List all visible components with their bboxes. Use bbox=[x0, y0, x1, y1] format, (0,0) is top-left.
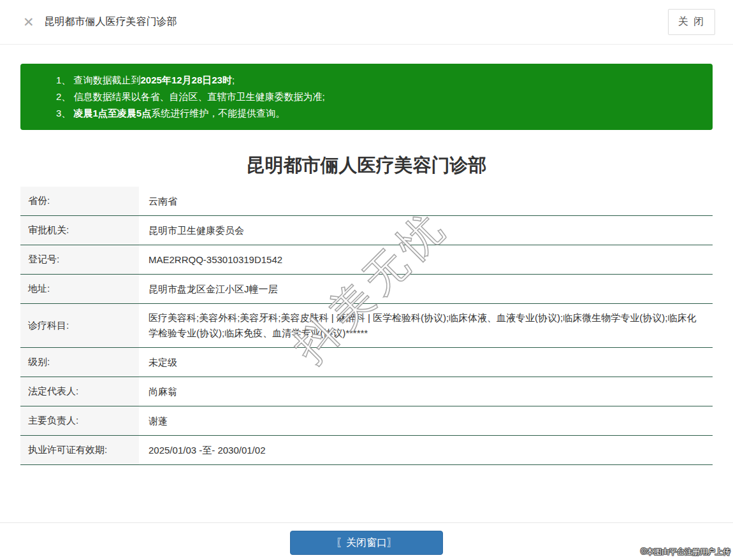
row-value: 谢蓬 bbox=[139, 406, 713, 435]
notice-line-2: 2、 信息数据结果以各省、自治区、直辖市卫生健康委数据为准; bbox=[56, 89, 700, 105]
window-title: 昆明都市俪人医疗美容门诊部 bbox=[45, 15, 177, 29]
row-value: MAE2RRQQ-353010319D1542 bbox=[139, 245, 713, 274]
row-label: 登记号: bbox=[20, 245, 139, 274]
row-value: 昆明市盘龙区金江小区J幢一层 bbox=[139, 275, 713, 303]
row-value: 医疗美容科;美容外科;美容牙科;美容皮肤科 | 麻醉科 | 医学检验科(协议);… bbox=[139, 304, 713, 347]
table-row-province: 省份: 云南省 bbox=[20, 187, 713, 216]
window-header: ✕ 昆明都市俪人医疗美容门诊部 关 闭 bbox=[0, 0, 733, 45]
close-window-button[interactable]: 〖关闭窗口〗 bbox=[290, 531, 443, 555]
table-row-address: 地址: 昆明市盘龙区金江小区J幢一层 bbox=[20, 275, 713, 304]
table-row-approval-authority: 审批机关: 昆明市卫生健康委员会 bbox=[20, 216, 713, 245]
close-button[interactable]: 关 闭 bbox=[668, 9, 715, 35]
row-value: 未定级 bbox=[139, 348, 713, 377]
row-label: 地址: bbox=[20, 275, 139, 303]
table-row-legal-representative: 法定代表人: 尚麻翁 bbox=[20, 377, 713, 406]
notice-banner: 1、 查询数据截止到2025年12月28日23时; 2、 信息数据结果以各省、自… bbox=[20, 64, 713, 130]
image-credit-text: ©本图由平台注册用户上传 bbox=[641, 547, 730, 557]
institution-detail-table: 省份: 云南省 审批机关: 昆明市卫生健康委员会 登记号: MAE2RRQQ-3… bbox=[20, 187, 713, 465]
notice-line-1: 1、 查询数据截止到2025年12月28日23时; bbox=[56, 72, 700, 89]
row-label: 省份: bbox=[20, 187, 139, 215]
table-row-medical-subjects: 诊疗科目: 医疗美容科;美容外科;美容牙科;美容皮肤科 | 麻醉科 | 医学检验… bbox=[20, 304, 713, 348]
row-label: 级别: bbox=[20, 348, 139, 377]
row-value: 尚麻翁 bbox=[139, 377, 713, 406]
close-x-icon[interactable]: ✕ bbox=[23, 15, 34, 29]
table-row-principal: 主要负责人: 谢蓬 bbox=[20, 406, 713, 436]
page-title: 昆明都市俪人医疗美容门诊部 bbox=[0, 153, 733, 178]
row-value: 2025/01/03 -至- 2030/01/02 bbox=[139, 436, 713, 464]
table-row-level: 级别: 未定级 bbox=[20, 348, 713, 377]
table-row-license-validity: 执业许可证有效期: 2025/01/03 -至- 2030/01/02 bbox=[20, 436, 713, 465]
row-value: 昆明市卫生健康委员会 bbox=[139, 216, 713, 245]
row-label: 法定代表人: bbox=[20, 377, 139, 406]
table-row-registration-number: 登记号: MAE2RRQQ-353010319D1542 bbox=[20, 245, 713, 275]
footer-divider bbox=[0, 522, 733, 523]
row-value: 云南省 bbox=[139, 187, 713, 215]
row-label: 执业许可证有效期: bbox=[20, 436, 139, 464]
row-label: 主要负责人: bbox=[20, 406, 139, 435]
dialog-page: ✕ 昆明都市俪人医疗美容门诊部 关 闭 1、 查询数据截止到2025年12月28… bbox=[0, 0, 733, 560]
notice-line-3: 3、 凌晨1点至凌晨5点系统进行维护，不能提供查询。 bbox=[56, 105, 700, 122]
row-label: 审批机关: bbox=[20, 216, 139, 245]
row-label: 诊疗科目: bbox=[20, 304, 139, 347]
